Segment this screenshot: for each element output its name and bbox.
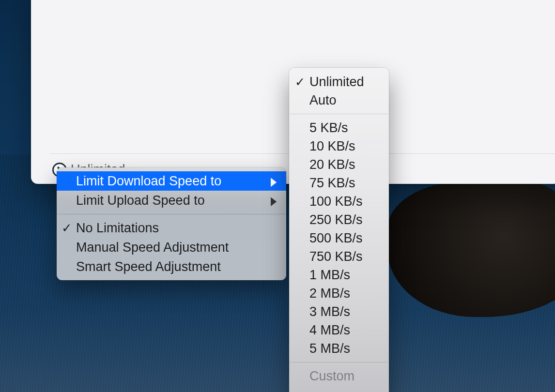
submenu-item-label: 3 MB/s — [309, 304, 350, 319]
submenu-item-speed[interactable]: 5 MB/s — [289, 339, 389, 358]
submenu-item-auto[interactable]: Auto — [289, 91, 389, 109]
menu-item-manual-adjustment[interactable]: Manual Speed Adjustment — [57, 238, 286, 257]
submenu-item-label: 10 KB/s — [309, 139, 355, 154]
submenu-item-speed[interactable]: 750 KB/s — [289, 247, 389, 266]
submenu-arrow-icon: ▶ — [271, 174, 277, 188]
menu-item-no-limitations[interactable]: ✓ No Limitations — [57, 218, 286, 238]
menu-item-label: Limit Download Speed to — [76, 174, 221, 189]
submenu-item-label: 75 KB/s — [309, 176, 355, 191]
submenu-item-speed[interactable]: 1 MB/s — [289, 266, 389, 284]
menu-separator — [57, 214, 286, 214]
submenu-item-label: Auto — [309, 93, 337, 108]
submenu-item-speed[interactable]: 250 KB/s — [289, 211, 389, 229]
submenu-item-label: 2 MB/s — [309, 286, 350, 301]
menu-item-label: Manual Speed Adjustment — [76, 240, 229, 255]
submenu-item-speed[interactable]: 3 MB/s — [289, 302, 389, 321]
submenu-item-label: 1 MB/s — [309, 268, 350, 283]
menu-item-smart-adjustment[interactable]: Smart Speed Adjustment — [57, 257, 286, 276]
submenu-item-label: 750 KB/s — [309, 249, 363, 264]
menu-item-label: Smart Speed Adjustment — [76, 259, 221, 274]
checkmark-icon: ✓ — [62, 221, 72, 236]
desktop-background-rocks — [387, 181, 555, 317]
download-speed-submenu: ✓ Unlimited Auto 5 KB/s 10 KB/s 20 KB/s … — [289, 68, 389, 392]
submenu-item-custom[interactable]: Custom — [289, 367, 389, 385]
speed-limit-menu: Limit Download Speed to ▶ Limit Upload S… — [57, 167, 286, 280]
submenu-item-label: 5 KB/s — [309, 121, 348, 136]
submenu-item-speed[interactable]: 4 MB/s — [289, 321, 389, 339]
submenu-item-speed[interactable]: 100 KB/s — [289, 192, 389, 211]
submenu-separator — [290, 362, 388, 362]
submenu-item-speed[interactable]: 20 KB/s — [289, 155, 389, 174]
submenu-item-speed[interactable]: 75 KB/s — [289, 174, 389, 192]
submenu-separator — [290, 114, 388, 114]
submenu-item-speed[interactable]: 10 KB/s — [289, 137, 389, 155]
checkmark-icon: ✓ — [295, 75, 305, 89]
submenu-item-label: Custom — [309, 369, 355, 384]
submenu-arrow-icon: ▶ — [271, 194, 277, 208]
submenu-item-label: Unlimited — [309, 75, 364, 90]
menu-item-label: No Limitations — [76, 221, 159, 236]
submenu-item-label: 20 KB/s — [309, 157, 355, 172]
submenu-item-label: 5 MB/s — [309, 341, 350, 356]
submenu-item-label: 100 KB/s — [309, 194, 363, 209]
menu-item-limit-download[interactable]: Limit Download Speed to ▶ — [57, 171, 286, 191]
submenu-item-label: 250 KB/s — [309, 212, 363, 227]
submenu-item-speed[interactable]: 5 KB/s — [289, 119, 389, 137]
menu-item-limit-upload[interactable]: Limit Upload Speed to ▶ — [57, 191, 286, 210]
menu-item-label: Limit Upload Speed to — [76, 193, 205, 208]
submenu-item-label: 4 MB/s — [309, 323, 350, 338]
submenu-item-unlimited[interactable]: ✓ Unlimited — [289, 73, 389, 91]
submenu-item-speed[interactable]: 2 MB/s — [289, 284, 389, 302]
submenu-item-label: 500 KB/s — [309, 231, 363, 246]
submenu-item-speed[interactable]: 500 KB/s — [289, 229, 389, 247]
